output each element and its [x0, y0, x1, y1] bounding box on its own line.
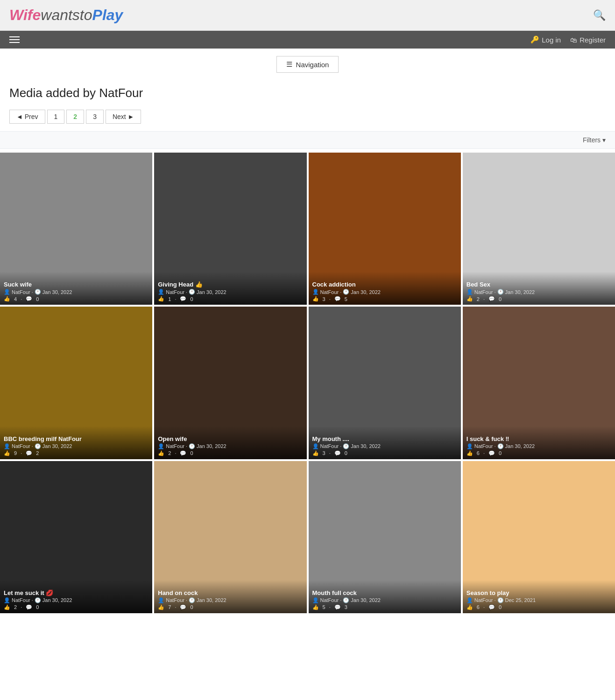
- media-card-stats: 👍9 · 💬2: [4, 450, 148, 456]
- author-icon: 👤: [158, 597, 164, 603]
- media-author: NatFour: [166, 289, 184, 295]
- like-count: 6: [477, 604, 480, 610]
- media-card-stats: 👍3 · 💬0: [312, 450, 457, 456]
- media-author: NatFour: [12, 289, 30, 295]
- register-link[interactable]: 🛍 Register: [570, 36, 606, 44]
- comment-icon: 💬: [26, 604, 32, 610]
- clock-icon: 🕐: [189, 289, 195, 295]
- clock-icon: 🕐: [189, 443, 195, 449]
- media-date: Dec 25, 2021: [505, 597, 536, 603]
- media-author: NatFour: [320, 443, 339, 449]
- comment-count: 0: [190, 604, 193, 610]
- media-card-title: Bed Sex: [467, 281, 611, 288]
- logo-play: Play: [92, 7, 123, 23]
- like-icon: 👍: [467, 604, 473, 610]
- media-card-overlay: Suck wife👤NatFour · 🕐Jan 30, 2022👍4 · 💬0: [0, 272, 152, 305]
- media-card-meta: 👤NatFour · 🕐Jan 30, 2022: [158, 443, 303, 449]
- nav-right: 🔑 Log in 🛍 Register: [530, 35, 606, 44]
- media-card-title: Cock addiction: [312, 281, 457, 288]
- like-icon: 👍: [158, 604, 164, 610]
- media-author: NatFour: [12, 597, 30, 603]
- page-2-button[interactable]: 2: [66, 110, 84, 124]
- media-card-meta: 👤NatFour · 🕐Jan 30, 2022: [312, 597, 457, 603]
- media-card-title: My mouth ....: [312, 435, 457, 442]
- media-author: NatFour: [474, 597, 493, 603]
- clock-icon: 🕐: [497, 289, 504, 295]
- clock-icon: 🕐: [343, 443, 349, 449]
- like-count: 3: [323, 450, 325, 456]
- media-card[interactable]: Season to play👤NatFour · 🕐Dec 25, 2021👍6…: [463, 461, 615, 613]
- media-card[interactable]: Let me suck it 💋👤NatFour · 🕐Jan 30, 2022…: [0, 461, 152, 613]
- comment-count: 0: [345, 450, 347, 456]
- comment-count: 0: [36, 604, 39, 610]
- like-count: 2: [168, 450, 171, 456]
- media-card[interactable]: BBC breeding milf NatFour👤NatFour · 🕐Jan…: [0, 307, 152, 459]
- navigation-label: Navigation: [296, 61, 329, 69]
- search-button[interactable]: 🔍: [593, 9, 606, 21]
- media-card-title: I suck & fuck ‼️: [467, 435, 611, 442]
- media-card-title: Giving Head 👍: [158, 281, 303, 288]
- filters-bar: Filters ▾: [0, 131, 615, 149]
- media-date: Jan 30, 2022: [42, 597, 72, 603]
- like-icon: 👍: [4, 450, 10, 456]
- clock-icon: 🕐: [497, 443, 504, 449]
- comment-icon: 💬: [334, 450, 341, 456]
- media-card-meta: 👤NatFour · 🕐Jan 30, 2022: [4, 289, 148, 295]
- register-icon: 🛍: [570, 36, 577, 44]
- comment-count: 0: [190, 296, 193, 302]
- media-card-meta: 👤NatFour · 🕐Jan 30, 2022: [467, 443, 611, 449]
- media-card-overlay: BBC breeding milf NatFour👤NatFour · 🕐Jan…: [0, 426, 152, 459]
- author-icon: 👤: [312, 443, 319, 449]
- clock-icon: 🕐: [35, 443, 41, 449]
- media-card-overlay: Mouth full cock👤NatFour · 🕐Jan 30, 2022👍…: [309, 580, 461, 613]
- page-1-button[interactable]: 1: [47, 110, 65, 124]
- media-date: Jan 30, 2022: [197, 597, 226, 603]
- search-icon: 🔍: [593, 9, 606, 21]
- comment-icon: 💬: [180, 296, 186, 302]
- media-card-stats: 👍4 · 💬0: [4, 296, 148, 302]
- media-card[interactable]: Giving Head 👍👤NatFour · 🕐Jan 30, 2022👍1 …: [154, 153, 306, 305]
- media-card-stats: 👍6 · 💬0: [467, 450, 611, 456]
- prev-page-button[interactable]: ◄ Prev: [9, 110, 45, 124]
- login-icon: 🔑: [530, 35, 539, 44]
- media-card[interactable]: Bed Sex👤NatFour · 🕐Jan 30, 2022👍2 · 💬0: [463, 153, 615, 305]
- login-link[interactable]: 🔑 Log in: [530, 35, 561, 44]
- media-card[interactable]: Mouth full cock👤NatFour · 🕐Jan 30, 2022👍…: [309, 461, 461, 613]
- hamburger-line-2: [9, 39, 20, 40]
- pagination-top: ◄ Prev 1 2 3 Next ►: [0, 105, 615, 131]
- media-author: NatFour: [474, 443, 493, 449]
- media-card-meta: 👤NatFour · 🕐Jan 30, 2022: [158, 597, 303, 603]
- site-logo[interactable]: WifewantstoPlay: [9, 7, 123, 24]
- media-author: NatFour: [166, 443, 184, 449]
- page-title-section: Media added by NatFour: [0, 77, 615, 105]
- media-card[interactable]: Suck wife👤NatFour · 🕐Jan 30, 2022👍4 · 💬0: [0, 153, 152, 305]
- next-page-button[interactable]: Next ►: [106, 110, 141, 124]
- comment-icon: 💬: [334, 296, 341, 302]
- filters-button[interactable]: Filters ▾: [583, 136, 606, 144]
- media-card[interactable]: I suck & fuck ‼️👤NatFour · 🕐Jan 30, 2022…: [463, 307, 615, 459]
- navigation-menu-icon: ☰: [286, 60, 292, 69]
- hamburger-line-3: [9, 42, 20, 43]
- media-card[interactable]: My mouth ....👤NatFour · 🕐Jan 30, 2022👍3 …: [309, 307, 461, 459]
- comment-icon: 💬: [26, 450, 32, 456]
- page-3-button[interactable]: 3: [86, 110, 104, 124]
- media-date: Jan 30, 2022: [505, 289, 535, 295]
- navigation-button[interactable]: ☰ Navigation: [276, 56, 339, 73]
- media-card-overlay: My mouth ....👤NatFour · 🕐Jan 30, 2022👍3 …: [309, 426, 461, 459]
- register-label: Register: [580, 36, 606, 44]
- author-icon: 👤: [4, 443, 10, 449]
- comment-icon: 💬: [26, 296, 32, 302]
- author-icon: 👤: [158, 443, 164, 449]
- hamburger-menu-button[interactable]: [9, 36, 20, 43]
- media-card[interactable]: Hand on cock👤NatFour · 🕐Jan 30, 2022👍7 ·…: [154, 461, 306, 613]
- media-card-overlay: Let me suck it 💋👤NatFour · 🕐Jan 30, 2022…: [0, 580, 152, 613]
- media-card[interactable]: Open wife👤NatFour · 🕐Jan 30, 2022👍2 · 💬0: [154, 307, 306, 459]
- clock-icon: 🕐: [497, 597, 504, 603]
- media-author: NatFour: [12, 443, 30, 449]
- author-icon: 👤: [312, 289, 319, 295]
- media-date: Jan 30, 2022: [351, 597, 381, 603]
- like-count: 7: [168, 604, 171, 610]
- media-card[interactable]: Cock addiction👤NatFour · 🕐Jan 30, 2022👍3…: [309, 153, 461, 305]
- author-icon: 👤: [4, 289, 10, 295]
- comment-count: 0: [499, 296, 502, 302]
